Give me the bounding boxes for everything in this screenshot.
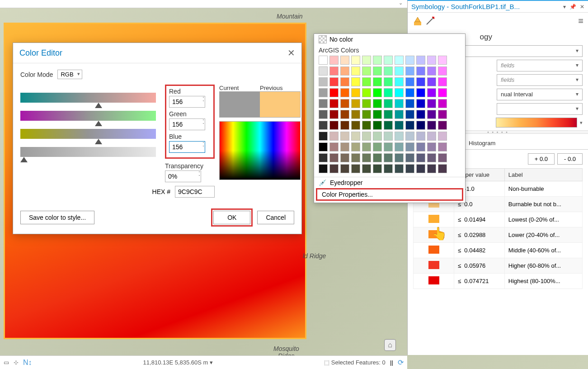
offset-minus-button[interactable]: - 0.0: [557, 153, 583, 165]
color-swatch-option[interactable]: [427, 132, 436, 141]
color-swatch-option[interactable]: [362, 66, 371, 76]
offset-plus-button[interactable]: + 0.0: [528, 153, 555, 165]
color-swatch-option[interactable]: [373, 56, 382, 65]
color-swatch-option[interactable]: [319, 99, 328, 108]
color-swatch-option[interactable]: [416, 66, 425, 76]
color-swatch-option[interactable]: [319, 121, 328, 130]
save-color-button[interactable]: Save color to style...: [20, 211, 94, 224]
color-swatch-option[interactable]: [319, 77, 328, 86]
class-color-swatch[interactable]: [428, 215, 439, 223]
north-icon[interactable]: N↕: [23, 359, 32, 367]
color-swatch-option[interactable]: [384, 77, 393, 86]
selected-features-readout[interactable]: ⬚ Selected Features: 0: [324, 359, 386, 366]
upper-value-cell[interactable]: ≤ 0.04482: [454, 243, 505, 258]
color-swatch-option[interactable]: [395, 164, 404, 173]
color-swatch-option[interactable]: [416, 121, 425, 130]
color-swatch-option[interactable]: [329, 110, 339, 119]
color-swatch-option[interactable]: [427, 153, 436, 162]
color-swatch-option[interactable]: [395, 88, 404, 97]
pause-icon[interactable]: ||: [390, 359, 393, 366]
color-swatch-option[interactable]: [340, 66, 349, 76]
color-swatch-option[interactable]: [405, 142, 414, 151]
color-swatch-option[interactable]: [373, 121, 382, 130]
color-spectrum[interactable]: [219, 121, 301, 180]
color-swatch-option[interactable]: [351, 56, 360, 65]
color-swatch-option[interactable]: [438, 110, 447, 119]
color-swatch-option[interactable]: [373, 88, 382, 97]
color-swatch-option[interactable]: [395, 132, 404, 141]
color-swatch-option[interactable]: [384, 132, 393, 141]
method-dropdown[interactable]: nual Interval: [497, 89, 583, 100]
color-swatch-option[interactable]: [427, 56, 436, 65]
label-cell[interactable]: Burnable but not b...: [504, 197, 582, 212]
color-swatch-option[interactable]: [438, 132, 447, 141]
class-color-swatch[interactable]: [428, 276, 439, 284]
color-swatch-option[interactable]: [395, 56, 404, 65]
color-swatch-option[interactable]: [362, 153, 371, 162]
color-swatch-option[interactable]: [438, 56, 447, 65]
classes-dropdown[interactable]: [497, 103, 583, 115]
color-swatch-option[interactable]: [319, 56, 328, 65]
color-swatch-option[interactable]: [362, 99, 371, 108]
color-swatch-option[interactable]: [329, 66, 339, 76]
color-swatch-option[interactable]: [319, 142, 328, 151]
navigator-icon[interactable]: ⌂: [384, 339, 396, 351]
table-row[interactable]: ≤ 0.01494 Lowest (0-20% of...: [414, 212, 583, 227]
autohide-icon[interactable]: ▾: [563, 4, 566, 10]
color-swatch-option[interactable]: [340, 121, 349, 130]
eyedropper-option[interactable]: 💉 Eyedropper: [314, 177, 465, 188]
color-swatch-option[interactable]: [362, 164, 371, 173]
color-swatch-option[interactable]: [340, 153, 349, 162]
color-swatch-option[interactable]: [405, 77, 414, 86]
color-swatch-option[interactable]: [340, 164, 349, 173]
color-swatch-option[interactable]: [373, 153, 382, 162]
color-swatch-option[interactable]: [319, 66, 328, 76]
color-swatch-option[interactable]: [427, 77, 436, 86]
class-color-swatch[interactable]: [428, 230, 439, 238]
color-swatch-option[interactable]: [362, 56, 371, 65]
color-swatch-option[interactable]: [362, 88, 371, 97]
blue-slider[interactable]: [20, 129, 156, 139]
color-swatch-option[interactable]: [395, 110, 404, 119]
color-swatch-option[interactable]: [405, 164, 414, 173]
color-swatch-option[interactable]: [384, 88, 393, 97]
color-swatch-option[interactable]: [319, 164, 328, 173]
color-swatch-option[interactable]: [427, 88, 436, 97]
color-swatch-option[interactable]: [351, 142, 360, 151]
color-swatch-option[interactable]: [416, 153, 425, 162]
green-slider[interactable]: [20, 111, 156, 121]
spin-down-icon[interactable]: ˅: [202, 100, 204, 104]
close-icon[interactable]: ✕: [580, 4, 584, 10]
color-swatch-option[interactable]: [395, 121, 404, 130]
upper-value-cell[interactable]: ≤ 0.05976: [454, 258, 505, 274]
label-cell[interactable]: Lower (20-40% of...: [504, 227, 582, 243]
ok-button[interactable]: OK: [213, 211, 250, 224]
color-swatch-option[interactable]: [329, 88, 339, 97]
color-properties-option[interactable]: Color Properties...: [317, 189, 462, 199]
color-swatch-option[interactable]: [319, 110, 328, 119]
color-swatch-option[interactable]: [427, 164, 436, 173]
no-color-option[interactable]: No color: [314, 34, 465, 45]
primary-symbology-icon[interactable]: [412, 15, 423, 26]
upper-value-cell[interactable]: ≤ 0.074721: [454, 274, 505, 289]
color-swatch-option[interactable]: [351, 66, 360, 76]
color-swatch-option[interactable]: [362, 132, 371, 141]
color-swatch-option[interactable]: [319, 88, 328, 97]
color-swatch-option[interactable]: [405, 88, 414, 97]
color-swatch-option[interactable]: [395, 66, 404, 76]
color-swatch-option[interactable]: [427, 66, 436, 76]
label-cell[interactable]: Highest (80-100%...: [504, 274, 582, 289]
field-dropdown-1[interactable]: fields: [497, 60, 583, 71]
color-swatch-option[interactable]: [329, 99, 339, 108]
hex-input[interactable]: 9C9C9C: [175, 186, 215, 198]
chevron-down-icon[interactable]: ▾: [580, 120, 583, 126]
upper-value-cell[interactable]: ≤ 0.01494: [454, 212, 505, 227]
color-swatch-option[interactable]: [405, 56, 414, 65]
color-mode-select[interactable]: RGB: [57, 70, 82, 79]
color-scheme-selector[interactable]: [496, 118, 577, 128]
color-swatch-option[interactable]: [438, 142, 447, 151]
color-swatch-option[interactable]: [405, 153, 414, 162]
color-swatch-option[interactable]: [384, 121, 393, 130]
red-slider[interactable]: [20, 93, 156, 103]
color-swatch-option[interactable]: [373, 142, 382, 151]
